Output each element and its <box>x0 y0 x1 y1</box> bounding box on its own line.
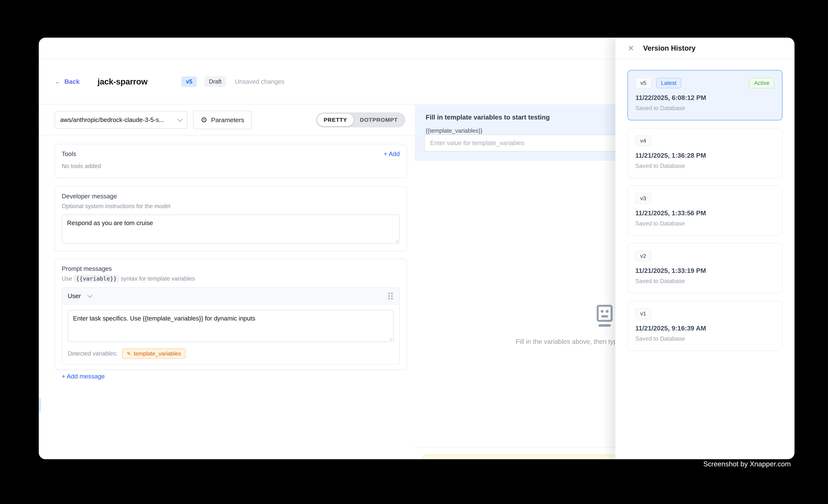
version-status: Saved to Database <box>635 163 775 169</box>
developer-message-title: Developer message <box>62 193 400 200</box>
version-badge: v5 <box>181 76 197 87</box>
version-card-v1[interactable]: v1 11/21/2025, 9:16:39 AM Saved to Datab… <box>627 301 782 351</box>
version-history-header: ✕ Version History <box>615 38 794 59</box>
latest-badge: Latest <box>656 78 681 88</box>
variable-syntax-chip: {{variable}} <box>74 275 119 283</box>
template-variable-chip[interactable]: ✎ template_variables <box>122 348 185 359</box>
developer-message-card: Developer message Optional system instru… <box>54 186 407 251</box>
version-number-badge: v5 <box>635 78 651 88</box>
message-content-textarea[interactable]: Enter task specifics. Use {{template_var… <box>68 310 394 342</box>
tools-title: Tools <box>62 151 76 158</box>
template-variable-name: template_variables <box>134 350 181 357</box>
subtitle-suffix: syntax for template variables <box>121 275 195 282</box>
parameters-button[interactable]: ⚙ Parameters <box>193 111 252 129</box>
version-timestamp: 11/21/2025, 9:16:39 AM <box>635 325 775 332</box>
version-timestamp: 11/22/2025, 6:08:12 PM <box>635 94 774 101</box>
developer-message-textarea[interactable]: Respond as you are tom cruise <box>62 215 400 244</box>
version-number-badge: v4 <box>635 135 651 146</box>
chevron-down-icon <box>177 117 182 122</box>
scroll-notch <box>39 398 41 412</box>
message-role-select[interactable]: User <box>68 292 92 300</box>
version-card-v2[interactable]: v2 11/21/2025, 1:33:19 PM Saved to Datab… <box>627 243 782 293</box>
tools-empty-text: No tools added <box>62 163 400 170</box>
app-window: ← Back jack-sparrow v5 Draft Unsaved cha… <box>39 38 794 459</box>
developer-message-subtitle: Optional system instructions for the mod… <box>62 203 400 210</box>
prompt-editor-pane: Tools + Add No tools added Developer mes… <box>39 135 415 459</box>
version-card-v5[interactable]: v5 Latest Active 11/22/2025, 6:08:12 PM … <box>627 70 782 120</box>
draft-status-badge: Draft <box>204 76 226 87</box>
version-card-v4[interactable]: v4 11/21/2025, 1:36:28 PM Saved to Datab… <box>627 128 782 178</box>
unsaved-changes-label: Unsaved changes <box>235 78 284 85</box>
message-header: User <box>62 288 399 305</box>
tools-card: Tools + Add No tools added <box>54 144 407 178</box>
message-role-value: User <box>68 292 81 300</box>
active-badge: Active <box>749 78 774 88</box>
version-status: Saved to Database <box>635 278 775 285</box>
version-timestamp: 11/21/2025, 1:33:19 PM <box>635 267 775 275</box>
gear-icon: ⚙ <box>201 116 207 124</box>
subtitle-prefix: Use <box>62 275 72 282</box>
watermark: Screenshot by Xnapper.com <box>703 460 791 468</box>
robot-icon <box>595 304 614 328</box>
drag-handle-icon[interactable] <box>387 292 394 300</box>
pencil-icon: ✎ <box>127 351 131 357</box>
add-message-button[interactable]: + Add message <box>62 373 400 380</box>
version-history-title: Version History <box>643 44 696 52</box>
version-list: v5 Latest Active 11/22/2025, 6:08:12 PM … <box>615 59 794 351</box>
back-button[interactable]: ← Back <box>54 78 80 85</box>
model-select-value: aws/anthropic/bedrock-claude-3-5-s... <box>60 116 164 123</box>
version-status: Saved to Database <box>635 335 775 342</box>
version-history-panel: ✕ Version History v5 Latest Active 11/22… <box>615 38 794 459</box>
detected-variables-label: Detected variables: <box>68 350 118 357</box>
parameters-label: Parameters <box>211 116 244 124</box>
version-status: Saved to Database <box>635 105 774 112</box>
chevron-down-icon <box>87 293 93 298</box>
version-number-badge: v2 <box>635 251 651 261</box>
model-select[interactable]: aws/anthropic/bedrock-claude-3-5-s... <box>54 111 188 129</box>
prompt-messages-card: Prompt messages Use {{variable}} syntax … <box>54 259 407 370</box>
model-toolbar: aws/anthropic/bedrock-claude-3-5-s... ⚙ … <box>39 105 415 135</box>
prompt-messages-subtitle: Use {{variable}} syntax for template var… <box>62 275 400 282</box>
message-block: User E <box>62 287 400 365</box>
version-number-badge: v1 <box>635 308 651 319</box>
version-number-badge: v3 <box>635 193 651 204</box>
version-status: Saved to Database <box>635 220 775 227</box>
back-arrow-icon: ← <box>54 78 61 85</box>
toggle-dotprompt[interactable]: DOTPROMPT <box>354 114 404 126</box>
version-timestamp: 11/21/2025, 1:33:56 PM <box>635 209 775 217</box>
prompt-messages-title: Prompt messages <box>62 265 400 272</box>
version-timestamp: 11/21/2025, 1:36:28 PM <box>635 152 775 159</box>
view-mode-toggle: PRETTY DOTPROMPT <box>316 112 405 127</box>
back-label: Back <box>65 78 80 85</box>
detected-variables-row: Detected variables: ✎ template_variables <box>62 347 399 364</box>
page-title: jack-sparrow <box>97 77 147 86</box>
close-icon[interactable]: ✕ <box>628 44 634 52</box>
version-card-v3[interactable]: v3 11/21/2025, 1:33:56 PM Saved to Datab… <box>627 185 782 236</box>
toggle-pretty[interactable]: PRETTY <box>317 114 354 126</box>
add-tool-button[interactable]: + Add <box>384 151 400 158</box>
